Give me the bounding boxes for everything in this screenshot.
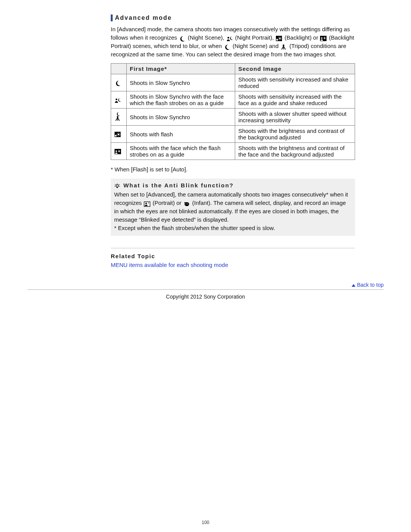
first-image-cell: Shoots in Slow Synchro with the face whi… [127, 91, 235, 109]
flash-footnote: * When [Flash] is set to [Auto]. [111, 166, 355, 173]
backlight-icon [276, 35, 283, 41]
first-image-cell: Shoots in Slow Synchro [127, 109, 235, 126]
table-header-second: Second Image [235, 64, 355, 74]
up-triangle-icon [351, 283, 356, 287]
infant-icon [183, 201, 190, 206]
table-row: Shoots in Slow Synchro Shoots with sensi… [111, 74, 355, 91]
section-heading: Advanced mode [111, 14, 355, 21]
related-topic-heading: Related Topic [111, 253, 355, 259]
page-number: 100 [0, 520, 411, 525]
night-scene-icon [224, 44, 231, 50]
backlight-portrait-icon [115, 149, 121, 155]
tip-text: (Portrait) or [153, 200, 183, 206]
second-image-cell: Shoots with the brightness and contrast … [235, 126, 355, 143]
table-row: Shoots with the face which the flash str… [111, 143, 355, 160]
table-row: Shoots in Slow Synchro Shoots with a slo… [111, 109, 355, 126]
mode-comparison-table: First Image* Second Image Shoots in Slow… [111, 63, 355, 160]
table-row: Shoots with flash Shoots with the bright… [111, 126, 355, 143]
backlight-portrait-icon [320, 35, 327, 41]
second-image-cell: Shoots with sensitivity increased with t… [235, 91, 355, 109]
table-row: Shoots in Slow Synchro with the face whi… [111, 91, 355, 109]
tripod-icon [280, 44, 287, 50]
tip-heading-text: What is the Anti Blink function? [123, 182, 234, 189]
night-scene-icon [179, 35, 186, 41]
tip-note: * Except when the flash strobes/when the… [114, 225, 275, 231]
intro-text: (Night Portrait), [235, 34, 276, 41]
hint-icon [114, 182, 121, 189]
first-image-cell: Shoots with the face which the flash str… [127, 143, 235, 160]
table-header-first: First Image* [127, 64, 235, 74]
table-header-icon [111, 64, 127, 74]
night-scene-icon [115, 80, 121, 86]
back-to-top-link[interactable]: Back to top [351, 282, 384, 288]
portrait-icon [144, 201, 151, 206]
night-portrait-icon [226, 35, 233, 41]
second-image-cell: Shoots with sensitivity increased and sh… [235, 74, 355, 91]
intro-text: (Night Scene) and [233, 43, 280, 49]
night-portrait-icon [115, 97, 121, 103]
intro-text: (Backlight) or [285, 34, 320, 41]
back-to-top-label: Back to top [357, 282, 384, 288]
night-tripod-icon [114, 117, 121, 123]
first-image-cell: Shoots in Slow Synchro [127, 74, 235, 91]
intro-text: (Night Scene), [188, 34, 226, 41]
first-image-cell: Shoots with flash [127, 126, 235, 143]
second-image-cell: Shoots with the brightness and contrast … [235, 143, 355, 160]
tip-box: What is the Anti Blink function? When se… [111, 179, 355, 236]
intro-paragraph: In [Advanced] mode, the camera shoots tw… [111, 25, 355, 59]
divider [111, 248, 355, 248]
second-image-cell: Shoots with a slower shutter speed witho… [235, 109, 355, 126]
copyright-text: Copyright 2012 Sony Corporation [0, 294, 411, 300]
related-topic-link[interactable]: MENU items available for each shooting m… [111, 262, 228, 268]
backlight-icon [115, 132, 121, 137]
